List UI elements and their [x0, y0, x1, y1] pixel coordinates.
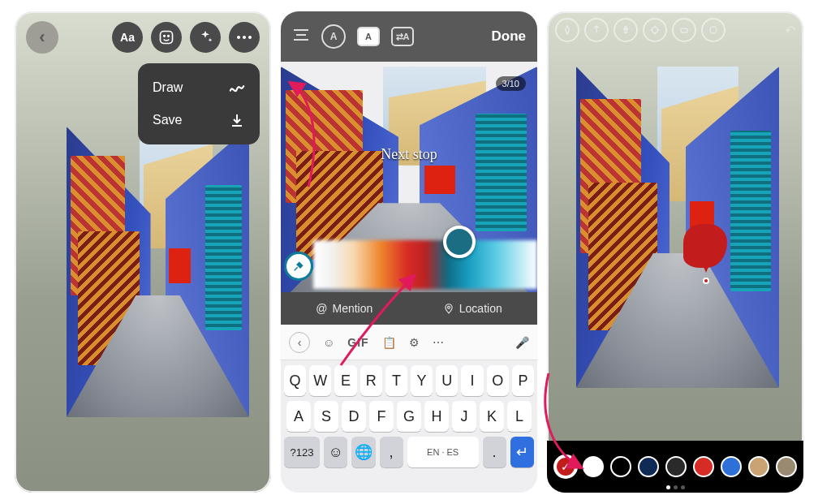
- key[interactable]: Q: [284, 365, 306, 396]
- brush-neon-icon[interactable]: [643, 18, 667, 42]
- brush-marker-icon[interactable]: [614, 18, 638, 42]
- drawn-balloon-pin[interactable]: [683, 224, 727, 281]
- slide-counter: 3/10: [496, 76, 526, 91]
- color-swatch[interactable]: [638, 456, 659, 477]
- svg-point-2: [168, 36, 170, 37]
- page-dot[interactable]: [666, 485, 670, 489]
- svg-point-5: [248, 36, 252, 39]
- key[interactable]: E: [334, 365, 356, 396]
- kb-row-1: Q W E R T Y U I O P: [284, 365, 534, 396]
- text-tool-button[interactable]: Aa: [112, 22, 143, 53]
- align-icon[interactable]: [292, 28, 310, 45]
- key-period[interactable]: .: [483, 437, 506, 467]
- key[interactable]: D: [342, 401, 366, 432]
- kb-clipboard-icon[interactable]: 📋: [382, 336, 396, 349]
- color-gradient-picker[interactable]: [281, 240, 537, 289]
- sticker-smile-icon: [158, 29, 174, 45]
- more-dropdown: Draw Save: [138, 63, 260, 144]
- font-style-button[interactable]: A: [321, 24, 346, 49]
- back-button[interactable]: ‹: [26, 21, 58, 54]
- key-globe[interactable]: 🌐: [351, 437, 375, 467]
- key[interactable]: R: [360, 365, 382, 396]
- text-animation-button[interactable]: ⇄A: [391, 27, 414, 46]
- undo-button[interactable]: ↶: [785, 23, 795, 38]
- svg-point-3: [237, 36, 240, 39]
- key[interactable]: U: [436, 365, 458, 396]
- svg-rect-8: [681, 28, 687, 32]
- more-button[interactable]: [229, 22, 260, 53]
- sticker-tool-button[interactable]: [151, 22, 182, 53]
- svg-point-4: [243, 36, 246, 39]
- story-editor-screen-more-menu: ‹ Aa Draw: [15, 11, 271, 493]
- color-swatch[interactable]: [665, 456, 687, 477]
- color-swatch[interactable]: [583, 456, 604, 477]
- gradient-track[interactable]: [313, 240, 537, 289]
- color-swatch[interactable]: ✓: [555, 456, 576, 477]
- key[interactable]: K: [480, 401, 504, 432]
- key-comma[interactable]: ,: [380, 437, 403, 467]
- top-toolbar: ‹ Aa: [15, 21, 271, 54]
- page-dot[interactable]: [674, 485, 678, 489]
- page-dots: [547, 485, 803, 489]
- key-enter[interactable]: ↵: [510, 437, 534, 467]
- color-swatch[interactable]: [693, 456, 714, 477]
- key[interactable]: Y: [411, 365, 433, 396]
- story-text-color-picker-screen: A A ⇄A Done 3/10 Next stop: [281, 11, 537, 493]
- kb-more-icon[interactable]: ⋯: [433, 336, 444, 349]
- suggestion-row: @Mention Location: [281, 292, 537, 325]
- svg-point-1: [164, 36, 166, 37]
- key[interactable]: L: [507, 401, 532, 432]
- kb-row-bottom: ?123 ☺ 🌐 , EN · ES . ↵: [284, 437, 534, 467]
- download-icon: [229, 112, 245, 128]
- story-photo[interactable]: [67, 127, 249, 417]
- mention-chip[interactable]: @Mention: [316, 302, 372, 315]
- chevron-left-icon: ‹: [39, 27, 45, 48]
- key[interactable]: G: [397, 401, 421, 432]
- text-edit-toolbar: A A ⇄A Done: [281, 11, 537, 62]
- key-emoji[interactable]: ☺: [324, 437, 347, 467]
- brush-arrow-icon[interactable]: [584, 18, 609, 42]
- key[interactable]: I: [461, 365, 483, 396]
- color-swatch[interactable]: [776, 456, 797, 477]
- draw-toolbar: ↶: [547, 18, 803, 42]
- sparkle-icon: [197, 29, 213, 45]
- text-bg-on-button[interactable]: A: [357, 27, 380, 46]
- kb-sticker-icon[interactable]: ☺: [323, 336, 334, 349]
- kb-settings-icon[interactable]: ⚙: [409, 336, 420, 349]
- svg-point-7: [652, 28, 658, 33]
- key[interactable]: A: [286, 401, 311, 432]
- key-numbers[interactable]: ?123: [284, 437, 320, 467]
- page-dot[interactable]: [681, 485, 685, 489]
- key[interactable]: O: [487, 365, 509, 396]
- eyedropper-icon: [292, 260, 305, 273]
- key[interactable]: F: [369, 401, 394, 432]
- color-swatch[interactable]: [748, 456, 769, 477]
- picker-handle[interactable]: [443, 226, 476, 258]
- key-space[interactable]: EN · ES: [407, 437, 479, 467]
- brush-pen-icon[interactable]: [555, 18, 579, 42]
- color-swatch[interactable]: [721, 456, 742, 477]
- key[interactable]: T: [385, 365, 407, 396]
- story-photo[interactable]: [576, 67, 779, 388]
- location-pin-icon: [443, 303, 454, 314]
- brush-eraser-icon[interactable]: [672, 18, 696, 42]
- done-button[interactable]: Done: [492, 28, 527, 45]
- color-swatch[interactable]: [610, 456, 631, 477]
- kb-mic-icon[interactable]: 🎤: [515, 336, 529, 349]
- svg-rect-0: [161, 32, 173, 44]
- brush-chisel-icon[interactable]: [701, 18, 726, 42]
- kb-collapse-button[interactable]: ‹: [289, 332, 310, 353]
- key[interactable]: J: [452, 401, 476, 432]
- dropdown-save[interactable]: Save: [138, 104, 260, 136]
- key[interactable]: H: [424, 401, 449, 432]
- effects-tool-button[interactable]: [190, 22, 221, 53]
- squiggle-icon: [229, 80, 245, 96]
- key[interactable]: S: [314, 401, 338, 432]
- story-text-overlay[interactable]: Next stop: [281, 146, 537, 163]
- kb-gif-button[interactable]: GIF: [347, 336, 368, 349]
- eyedropper-button[interactable]: [284, 252, 313, 281]
- key[interactable]: W: [309, 365, 331, 396]
- key[interactable]: P: [512, 365, 534, 396]
- location-chip[interactable]: Location: [443, 302, 502, 315]
- dropdown-draw[interactable]: Draw: [138, 71, 260, 104]
